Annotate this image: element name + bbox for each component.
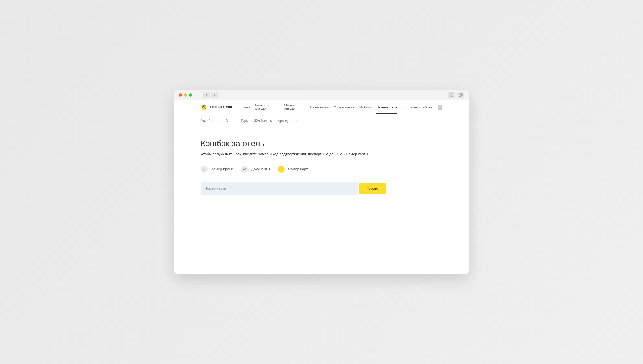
sub-nav-tours[interactable]: Туры [241, 119, 248, 123]
header-right: Личный кабинет [408, 105, 442, 110]
step-3: 3 Номер карты [278, 166, 310, 173]
forward-button[interactable] [211, 92, 218, 98]
step-3-label: Номер карты [288, 167, 310, 171]
svg-rect-0 [459, 94, 461, 96]
step-2-circle [241, 166, 248, 173]
notification-button[interactable] [438, 105, 442, 110]
sub-nav-trains[interactable]: Ж/д билеты [254, 119, 272, 123]
page-content: Кэшбэк за отель Чтобы получить кэшбэк, в… [174, 127, 469, 214]
nav-item-insurance[interactable]: Страхование [334, 101, 355, 114]
nav-item-big-business[interactable]: Большой бизнес [255, 100, 279, 116]
chevron-right-icon [213, 94, 215, 96]
chevron-left-icon [205, 94, 208, 96]
traffic-lights [179, 93, 192, 97]
main-nav: Банк Большой бизнес Малый бизнес Инвести… [243, 100, 408, 116]
sub-nav: Авиабилеты Отели Туры Ж/д билеты Аренда … [174, 114, 469, 127]
account-link[interactable]: Личный кабинет [408, 105, 434, 109]
step-1-label: Номер брони [211, 167, 233, 171]
check-icon [243, 168, 246, 170]
step-1: Номер брони [201, 166, 233, 173]
browser-window: ТИНЬКОФФ Банк Большой бизнес Малый бизне… [174, 90, 469, 274]
logo-icon [201, 104, 208, 111]
browser-chrome-right [448, 92, 464, 98]
content-area: ТИНЬКОФФ Банк Большой бизнес Малый бизне… [174, 100, 469, 274]
minimize-window-icon[interactable] [184, 93, 187, 97]
site-header: ТИНЬКОФФ Банк Большой бизнес Малый бизне… [174, 100, 469, 127]
browser-chrome [174, 90, 469, 100]
logo[interactable]: ТИНЬКОФФ [201, 104, 232, 111]
page-title: Кэшбэк за отель [201, 139, 442, 148]
card-number-input[interactable] [201, 182, 358, 195]
stepper: Номер брони Документы 3 Номер карты [201, 166, 442, 173]
nav-item-travel[interactable]: Путешествия [376, 101, 397, 114]
sub-nav-flights[interactable]: Авиабилеты [201, 119, 220, 123]
tabs-icon [459, 93, 463, 97]
nav-item-small-business[interactable]: Малый бизнес [284, 100, 305, 116]
page-subtitle: Чтобы получить кэшбэк, введите номер и к… [201, 152, 442, 156]
nav-item-investments[interactable]: Инвестиции [310, 101, 329, 114]
step-3-circle: 3 [278, 166, 285, 173]
back-button[interactable] [203, 92, 210, 98]
chevron-down-icon [439, 106, 441, 108]
share-icon [450, 93, 453, 97]
step-2: Документы [241, 166, 270, 173]
share-button[interactable] [448, 92, 455, 98]
close-window-icon[interactable] [179, 93, 182, 97]
nav-more-icon[interactable]: ••• [402, 105, 408, 110]
submit-button[interactable]: Готово [359, 183, 385, 194]
tabs-button[interactable] [457, 92, 464, 98]
check-icon [203, 168, 206, 170]
maximize-window-icon[interactable] [189, 93, 192, 97]
browser-nav-arrows [203, 92, 218, 98]
logo-text: ТИНЬКОФФ [210, 105, 232, 109]
sub-nav-hotels[interactable]: Отели [225, 119, 235, 123]
header-main: ТИНЬКОФФ Банк Большой бизнес Малый бизне… [174, 100, 469, 114]
nav-item-mobile[interactable]: Мобайл [359, 101, 372, 114]
step-1-circle [201, 166, 208, 173]
step-2-label: Документы [251, 167, 270, 171]
sub-nav-car-rental[interactable]: Аренда авто [278, 119, 298, 123]
nav-item-bank[interactable]: Банк [243, 101, 250, 114]
